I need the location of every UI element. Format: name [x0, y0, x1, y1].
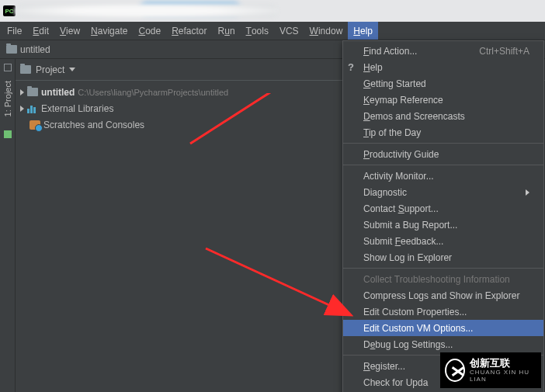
chevron-down-icon[interactable]: [69, 68, 75, 71]
folder-icon: [6, 45, 17, 54]
project-path: C:\Users\liang\PycharmProjects\untitled: [78, 88, 228, 97]
tool-window-tab-project[interactable]: 1: Project: [3, 78, 12, 120]
menu-run[interactable]: Run: [213, 22, 241, 40]
menu-navigate[interactable]: Navigate: [85, 22, 133, 40]
menu-file[interactable]: File: [2, 22, 27, 40]
menu-code[interactable]: Code: [133, 22, 166, 40]
menu-item-collect: Collect Troubleshooting Information: [343, 271, 543, 287]
window-titlebar: PC: [0, 0, 545, 22]
gutter-square-icon[interactable]: [4, 64, 12, 71]
menu-item-feedback[interactable]: Submit Feedback...: [343, 233, 543, 249]
menu-item-find-action[interactable]: Find Action...Ctrl+Shift+A: [343, 43, 543, 59]
project-name: untitled: [41, 87, 75, 98]
menu-item-custom-properties[interactable]: Edit Custom Properties...: [343, 304, 543, 320]
menu-tools[interactable]: Tools: [241, 22, 274, 40]
breadcrumb-project[interactable]: untitled: [20, 44, 50, 55]
shortcut-label: Ctrl+Shift+A: [479, 46, 529, 57]
watermark-brand: 创新互联: [470, 358, 536, 369]
help-dropdown-menu: Find Action...Ctrl+Shift+A ?Help Getting…: [342, 40, 544, 392]
menu-separator: [343, 268, 543, 269]
menu-item-help[interactable]: ?Help: [343, 59, 543, 75]
menu-refactor[interactable]: Refactor: [166, 22, 212, 40]
menu-item-bug[interactable]: Submit a Bug Report...: [343, 217, 543, 233]
menu-edit[interactable]: Edit: [27, 22, 54, 40]
menu-item-keymap[interactable]: Keymap Reference: [343, 92, 543, 108]
menu-item-productivity[interactable]: Productivity Guide: [343, 146, 543, 162]
project-view-label[interactable]: Project: [36, 64, 64, 75]
question-icon: ?: [348, 61, 354, 73]
menu-item-showlog[interactable]: Show Log in Explorer: [343, 249, 543, 265]
menu-item-compress[interactable]: Compress Logs and Show in Explorer: [343, 287, 543, 304]
menu-separator: [343, 165, 543, 165]
titlebar-blur: [14, 4, 278, 18]
menu-help[interactable]: Help: [348, 22, 378, 40]
folder-icon: [20, 65, 31, 74]
main-menu-bar: File Edit View Navigate Code Refactor Ru…: [0, 22, 545, 40]
expand-icon[interactable]: [20, 89, 24, 95]
watermark-sub: CHUANG XIN HU LIAN: [470, 369, 536, 383]
menu-vcs[interactable]: VCS: [274, 22, 304, 40]
menu-item-support[interactable]: Contact Support...: [343, 200, 543, 217]
menu-item-diagnostic[interactable]: Diagnostic: [343, 184, 543, 200]
left-gutter: 1: Project: [0, 59, 16, 392]
watermark-logo-icon: [445, 359, 465, 382]
menu-item-custom-vm-options[interactable]: Edit Custom VM Options...: [343, 320, 543, 336]
gutter-square-icon[interactable]: [4, 130, 12, 138]
library-icon: [27, 104, 38, 113]
expand-icon[interactable]: [20, 106, 24, 112]
menu-item-getting-started[interactable]: Getting Started: [343, 75, 543, 92]
menu-item-activity-monitor[interactable]: Activity Monitor...: [343, 168, 543, 184]
menu-separator: [343, 143, 543, 144]
menu-item-tip[interactable]: Tip of the Day: [343, 124, 543, 140]
watermark-badge: 创新互联 CHUANG XIN HU LIAN: [440, 352, 541, 388]
scratches-icon: [30, 120, 40, 130]
menu-window[interactable]: Window: [304, 22, 349, 40]
menu-item-demos[interactable]: Demos and Screencasts: [343, 108, 543, 124]
folder-icon: [27, 88, 38, 96]
tree-label: Scratches and Consoles: [43, 120, 144, 130]
menu-item-debug-log[interactable]: Debug Log Settings...: [343, 336, 543, 352]
menu-view[interactable]: View: [54, 22, 85, 40]
submenu-arrow-icon: [526, 189, 529, 196]
tree-label: External Libraries: [41, 103, 113, 114]
